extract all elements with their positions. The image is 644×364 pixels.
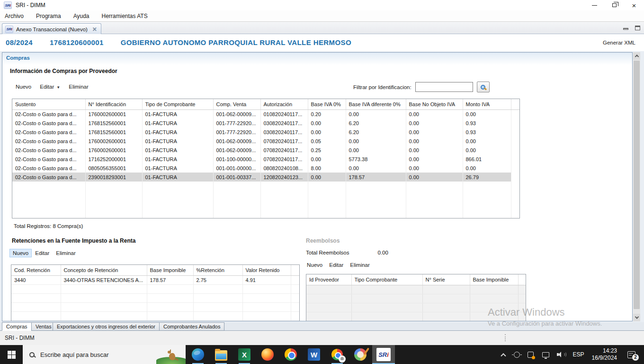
table-row[interactable]: 02-Costo o Gasto para d...17600026000010… bbox=[12, 136, 520, 146]
retenciones-eliminar-button[interactable]: Eliminar bbox=[56, 250, 76, 256]
table-row[interactable]: 02-Costo o Gasto para d...17600026000010… bbox=[12, 146, 520, 155]
retenciones-header-row: Cod. RetenciónConcepto de RetenciónBase … bbox=[11, 265, 300, 275]
reembolsos-editar-button[interactable]: Editar bbox=[329, 262, 343, 268]
scroll-thumb[interactable] bbox=[634, 61, 640, 309]
tray-expand-button[interactable] bbox=[501, 353, 505, 356]
tray-sync-icon[interactable] bbox=[528, 352, 534, 358]
table-cell: 001-062-00009... bbox=[213, 109, 260, 118]
bottom-tab-comprobantes-anulados[interactable]: Comprobantes Anulados bbox=[159, 322, 224, 331]
retenciones-nuevo-button[interactable]: Nuevo bbox=[9, 249, 32, 257]
column-header[interactable]: Base IVA diferente 0% bbox=[346, 99, 406, 109]
minimize-button[interactable] bbox=[584, 0, 604, 10]
column-header[interactable]: Valor Retenido bbox=[242, 265, 291, 275]
reembolsos-nuevo-button[interactable]: Nuevo bbox=[307, 262, 322, 268]
tab-anexo-transaccional[interactable]: SRi Anexo Transaccional (Nuevo) ✕ bbox=[2, 23, 101, 35]
table-cell bbox=[242, 302, 291, 311]
table-row[interactable]: 34403440-OTRAS RETENCIONES A...178.572.7… bbox=[11, 275, 300, 284]
table-cell: 070820240117... bbox=[260, 136, 308, 146]
table-cell: 02-Costo o Gasto para d... bbox=[12, 155, 85, 164]
table-cell bbox=[193, 311, 242, 320]
taskbar-icon-chrome[interactable] bbox=[279, 345, 302, 364]
column-header[interactable]: Comp. Venta bbox=[213, 99, 260, 109]
nuevo-button[interactable]: Nuevo bbox=[16, 84, 31, 90]
view-minimize-icon[interactable] bbox=[623, 28, 628, 30]
table-cell bbox=[422, 294, 470, 303]
taskbar-icon-sri[interactable]: SRi bbox=[372, 345, 395, 364]
notification-button[interactable]: 2 bbox=[627, 351, 635, 358]
table-cell bbox=[422, 285, 470, 294]
table-row[interactable]: 02-Costo o Gasto para d...08050563550010… bbox=[12, 164, 520, 173]
compras-table: SustentoN° IdentificaciónTipo de Comprob… bbox=[12, 99, 520, 218]
table-cell: 1768152560001 bbox=[85, 127, 142, 136]
table-row[interactable]: 02-Costo o Gasto para d...17162520000010… bbox=[12, 155, 520, 164]
column-header[interactable]: Sustento bbox=[12, 99, 85, 109]
tab-close-icon[interactable]: ✕ bbox=[92, 26, 97, 33]
table-row[interactable]: 02-Costo o Gasto para d...17681525600010… bbox=[12, 127, 520, 136]
taskbar-icon-explorer[interactable] bbox=[210, 345, 233, 364]
start-button[interactable] bbox=[0, 345, 23, 364]
taskbar-icon-firefox[interactable] bbox=[256, 345, 279, 364]
search-icon bbox=[29, 352, 35, 357]
table-cell: 0.00 bbox=[406, 155, 463, 164]
taskbar-icon-excel[interactable]: X bbox=[233, 345, 256, 364]
close-button[interactable]: × bbox=[624, 0, 644, 10]
table-cell: 001-777-22920... bbox=[213, 127, 260, 136]
table-cell bbox=[85, 182, 142, 218]
eliminar-button[interactable]: Eliminar bbox=[69, 84, 89, 90]
column-header[interactable]: Base IVA 0% bbox=[308, 99, 346, 109]
column-header[interactable]: Concepto de Retención bbox=[61, 265, 147, 275]
column-header[interactable]: %Retención bbox=[193, 265, 242, 275]
table-cell: 030820240117... bbox=[260, 127, 308, 136]
table-cell: 0.00 bbox=[463, 146, 511, 155]
column-header[interactable]: Base Imponible bbox=[147, 265, 193, 275]
bottom-tab-ventas[interactable]: Ventas bbox=[31, 322, 56, 331]
taskbar-search[interactable]: Escribe aquí para buscar bbox=[23, 345, 186, 364]
table-cell bbox=[306, 321, 351, 321]
table-cell: 3440-OTRAS RETENCIONES A... bbox=[61, 275, 147, 284]
taskbar-clock[interactable]: 14:23 16/9/2024 bbox=[592, 347, 617, 362]
column-header[interactable]: Base Imponible bbox=[470, 274, 518, 285]
table-cell bbox=[351, 294, 422, 303]
menu-item-programa[interactable]: Programa bbox=[36, 13, 61, 19]
generar-xml-button[interactable]: Generar XML bbox=[603, 40, 635, 46]
scroll-column bbox=[511, 109, 520, 118]
column-header[interactable]: Base No Objeto IVA bbox=[406, 99, 463, 109]
column-header[interactable]: Autorización bbox=[260, 99, 308, 109]
table-cell bbox=[61, 284, 147, 293]
language-indicator[interactable]: ESP bbox=[573, 351, 584, 358]
filter-input[interactable] bbox=[415, 82, 473, 92]
table-row[interactable]: 02-Costo o Gasto para d...17600026000010… bbox=[12, 109, 520, 118]
scroll-down-button[interactable] bbox=[633, 314, 640, 321]
taskbar-icon-chrome-profile[interactable] bbox=[326, 345, 349, 364]
retenciones-editar-button[interactable]: Editar bbox=[35, 250, 49, 256]
table-cell bbox=[61, 302, 147, 311]
column-header[interactable]: N° Serie bbox=[422, 274, 470, 285]
bottom-tab-compras[interactable]: Compras bbox=[2, 322, 32, 331]
tray-volume-icon[interactable] bbox=[557, 351, 565, 358]
bottom-tab-exportaciones[interactable]: Exportaciones y otros ingresos del exter… bbox=[53, 322, 160, 331]
column-header[interactable]: Tipo Comprobante bbox=[351, 274, 422, 285]
view-maximize-icon[interactable] bbox=[635, 26, 640, 30]
restore-button[interactable] bbox=[604, 0, 624, 10]
table-cell: 0805056355001 bbox=[85, 164, 142, 173]
editar-button[interactable]: Editar▼ bbox=[40, 84, 60, 90]
menu-item-archivo[interactable]: Archivo bbox=[5, 13, 24, 19]
column-header[interactable]: N° Identificación bbox=[85, 99, 142, 109]
main-scrollbar[interactable] bbox=[633, 52, 640, 321]
tray-cast-icon[interactable] bbox=[514, 352, 520, 358]
table-row[interactable]: 02-Costo o Gasto para d...17681525600010… bbox=[12, 118, 520, 127]
menu-item-herramientas-ats[interactable]: Herramientas ATS bbox=[102, 13, 148, 19]
taskbar-icon-word[interactable]: W bbox=[303, 345, 325, 364]
column-header[interactable]: Tipo de Comprobante bbox=[142, 99, 213, 109]
filter-search-button[interactable] bbox=[477, 82, 490, 92]
column-header[interactable]: Monto IVA bbox=[463, 99, 511, 109]
column-header[interactable]: Cod. Retención bbox=[11, 265, 61, 275]
statusbar-grip-handle[interactable] bbox=[505, 334, 506, 341]
reembolsos-eliminar-button[interactable]: Eliminar bbox=[350, 262, 370, 268]
scroll-up-button[interactable] bbox=[633, 52, 640, 60]
taskbar-icon-edge[interactable] bbox=[187, 345, 209, 364]
column-header[interactable]: Id Proveedor bbox=[306, 274, 351, 285]
menu-item-ayuda[interactable]: Ayuda bbox=[73, 13, 89, 19]
tray-network-icon[interactable] bbox=[542, 352, 549, 357]
taskbar-icon-paint[interactable] bbox=[349, 345, 372, 364]
